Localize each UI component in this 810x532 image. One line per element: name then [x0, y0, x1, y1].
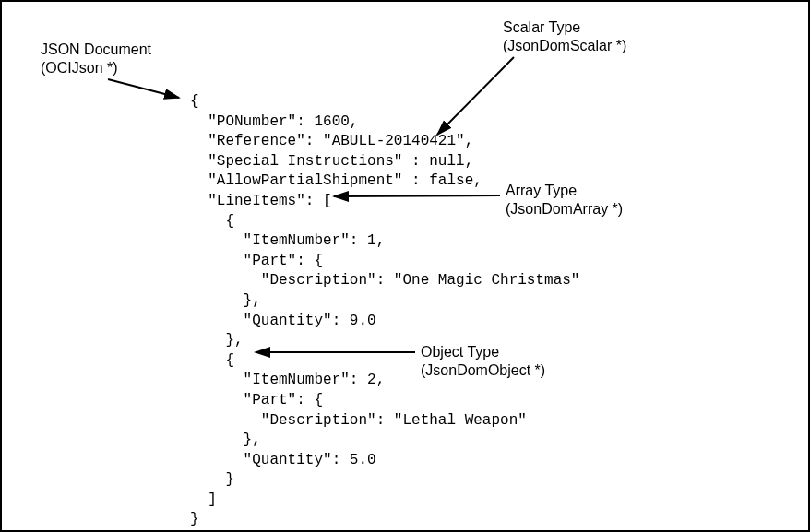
label-scalar-type: Scalar Type (JsonDomScalar *) — [503, 18, 626, 55]
arrow-json-document — [108, 79, 179, 98]
label-json-document: JSON Document (OCIJson *) — [41, 41, 151, 77]
json-code-block: { "PONumber": 1600, "Reference": "ABULL-… — [190, 92, 579, 530]
